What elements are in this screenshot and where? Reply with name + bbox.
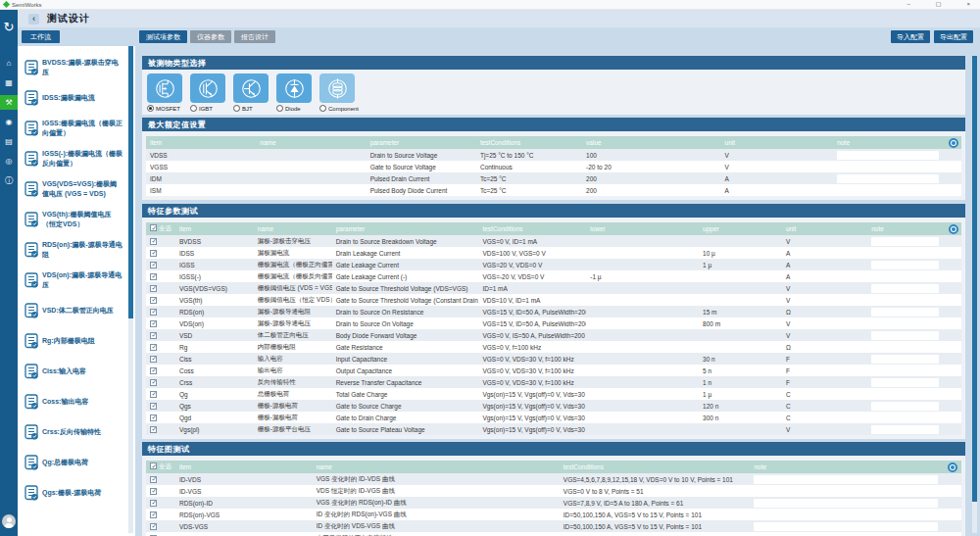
dut-radio-component[interactable] (319, 105, 326, 112)
cell-lower[interactable]: -1 µ (586, 270, 699, 282)
test-item[interactable]: Crss:反向传输特性 (18, 416, 135, 447)
row-checkbox[interactable] (150, 523, 157, 530)
dut-tile-component[interactable] (319, 73, 355, 103)
cell-upper[interactable]: 120 n (699, 400, 782, 412)
cell-lower[interactable] (586, 235, 699, 247)
cell-note[interactable] (750, 509, 940, 520)
test-item[interactable]: IDSS:漏极漏电流 (18, 82, 135, 113)
cell-upper[interactable]: 300 n (699, 412, 782, 423)
cell-upper[interactable] (699, 329, 782, 341)
cell-note[interactable] (833, 161, 941, 172)
note-field[interactable] (871, 319, 939, 328)
cell-upper[interactable] (699, 341, 782, 353)
dut-tile-igbt[interactable] (190, 73, 225, 103)
main-scrollbar[interactable] (972, 56, 977, 533)
note-field[interactable] (871, 272, 939, 281)
cell-note[interactable] (833, 184, 941, 196)
row-checkbox[interactable] (150, 332, 157, 339)
collapse-icon[interactable] (949, 224, 958, 234)
cell-lower[interactable] (586, 353, 699, 365)
test-item[interactable]: VGS(VDS=VGS):栅极阈值电压 (VGS = VDS) (18, 173, 135, 204)
note-field[interactable] (871, 237, 939, 246)
cell-note[interactable] (867, 270, 941, 282)
note-field[interactable] (871, 249, 939, 258)
test-item[interactable]: VDS(on):漏极-源极导通电压 (18, 265, 135, 295)
tab-1[interactable]: 测试项参数 (139, 30, 187, 43)
row-checkbox[interactable] (150, 297, 157, 304)
back-button[interactable]: ‹ (28, 14, 39, 24)
test-item[interactable]: Rg:内部栅极电阻 (18, 325, 135, 356)
note-field[interactable] (754, 499, 938, 508)
note-field[interactable] (871, 261, 939, 269)
row-checkbox[interactable] (150, 320, 157, 327)
cell-note[interactable] (867, 412, 941, 423)
cell-upper[interactable]: 1 µ (699, 388, 782, 400)
cell-note[interactable] (867, 282, 941, 294)
compass-icon[interactable]: ◎ (0, 154, 18, 169)
note-field[interactable] (871, 390, 939, 399)
cell-note[interactable] (750, 497, 940, 509)
close-button[interactable]: × (966, 0, 970, 9)
note-field[interactable] (871, 296, 939, 305)
cell-upper[interactable] (699, 282, 782, 294)
cell-note[interactable] (833, 172, 941, 184)
test-item[interactable]: RDS(on):漏极-源极导通电阻 (18, 234, 135, 265)
dut-radio-bjt[interactable] (233, 105, 240, 112)
note-field[interactable] (871, 402, 939, 411)
info-icon[interactable]: ⓘ (0, 173, 18, 188)
home-icon[interactable]: ⌂ (0, 56, 18, 71)
dut-radio-mosfet[interactable] (147, 105, 154, 112)
tab-3[interactable]: 报告设计 (234, 30, 275, 43)
note-field[interactable] (871, 284, 939, 293)
cell-note[interactable] (867, 235, 941, 247)
tools-icon[interactable]: ⚒ (0, 95, 18, 110)
test-item[interactable]: BVDSS:漏极-源极击穿电压 (18, 52, 135, 82)
cell-lower[interactable] (586, 365, 699, 376)
note-field[interactable] (871, 343, 939, 352)
cell-note[interactable] (750, 520, 940, 532)
cell-note[interactable] (867, 423, 941, 435)
test-item[interactable]: Qg:总栅极电荷 (18, 447, 135, 477)
minimize-button[interactable]: – (906, 0, 909, 9)
scrollbar-thumb[interactable] (128, 46, 133, 318)
cell-lower[interactable] (586, 376, 699, 388)
cell-upper[interactable]: 800 m (699, 317, 782, 329)
row-checkbox[interactable] (150, 426, 157, 433)
cell-note[interactable] (867, 294, 941, 306)
note-field[interactable] (871, 331, 939, 340)
cell-note[interactable] (867, 341, 941, 353)
row-checkbox[interactable] (150, 262, 157, 268)
row-checkbox[interactable] (150, 273, 157, 280)
note-field[interactable] (837, 186, 939, 195)
cell-lower[interactable] (586, 400, 699, 412)
row-checkbox[interactable] (150, 476, 157, 483)
cell-upper[interactable]: 10 µ (699, 247, 782, 259)
row-checkbox[interactable] (150, 250, 157, 257)
cell-lower[interactable] (586, 247, 699, 259)
user-avatar[interactable] (2, 514, 16, 528)
dut-radio-diode[interactable] (276, 105, 283, 112)
workflow-button[interactable]: 工作流 (22, 30, 60, 43)
cell-upper[interactable] (699, 294, 782, 306)
cell-lower[interactable] (586, 282, 699, 294)
row-checkbox[interactable] (150, 344, 157, 351)
note-field[interactable] (754, 522, 938, 531)
row-checkbox[interactable] (150, 500, 157, 507)
collapse-icon[interactable] (949, 138, 958, 148)
cell-lower[interactable] (586, 294, 699, 306)
cell-value[interactable]: -20 to 20 (582, 161, 720, 172)
note-field[interactable] (871, 366, 939, 375)
test-item[interactable]: VSD:体二极管正向电压 (18, 295, 135, 325)
row-checkbox[interactable] (150, 238, 157, 245)
row-checkbox[interactable] (150, 379, 157, 386)
cell-upper[interactable]: 1 n (699, 376, 782, 388)
cell-note[interactable] (867, 306, 941, 317)
dut-tile-bjt[interactable] (233, 73, 269, 103)
cell-upper[interactable]: 1 µ (699, 259, 782, 270)
logo-icon[interactable]: ↻ (0, 14, 18, 39)
test-item[interactable]: VGS(th):栅极阈值电压（恒定VDS） (18, 204, 135, 234)
cell-note[interactable] (833, 149, 941, 161)
cell-note[interactable] (867, 376, 941, 388)
report-icon[interactable]: ▤ (0, 134, 18, 149)
tab-2[interactable]: 仪器参数 (190, 30, 231, 43)
